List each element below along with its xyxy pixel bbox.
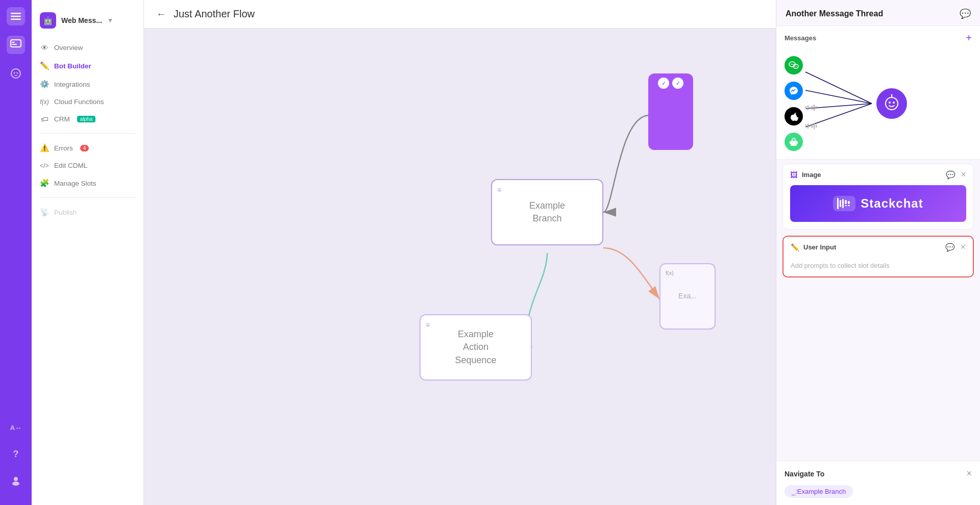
svg-point-9 xyxy=(14,477,18,481)
image-card-header: 🖼 Image 💬 × xyxy=(783,164,973,185)
back-button[interactable]: ← xyxy=(156,8,166,20)
cloud-functions-icon: f(x) xyxy=(40,98,49,106)
navigate-section: Navigate To × _:Example Branch xyxy=(776,461,980,505)
image-card-close-icon[interactable]: × xyxy=(961,169,966,180)
svg-line-26 xyxy=(805,104,872,109)
svg-point-40 xyxy=(886,97,898,110)
svg-rect-39 xyxy=(816,124,817,128)
panel-scroll[interactable]: Messages + xyxy=(776,26,980,461)
stackchat-banner: Stackchat xyxy=(790,185,966,222)
purple-block[interactable]: ✓ ✓ xyxy=(648,73,693,150)
canvas[interactable]: ✓ ✓ ≡ Example Branch ≡ Example Action Se… xyxy=(144,29,776,505)
navigate-tag[interactable]: _:Example Branch xyxy=(785,485,853,498)
svg-rect-21 xyxy=(797,141,798,144)
sidebar-item-overview[interactable]: 👁 Overview xyxy=(32,39,143,57)
svg-point-8 xyxy=(17,72,18,74)
navigate-header: Navigate To × xyxy=(785,468,972,479)
chat-icon[interactable] xyxy=(7,36,25,54)
sidebar-divider-1 xyxy=(40,133,135,134)
svg-rect-5 xyxy=(12,44,17,45)
sidebar-cloud-functions-label: Cloud Functions xyxy=(54,98,104,106)
user-input-card[interactable]: ✏️ User Input 💬 × Add prompts to collect… xyxy=(782,236,974,277)
sidebar-item-manage-slots[interactable]: 🧩 Manage Slots xyxy=(32,174,143,192)
navigate-title: Navigate To xyxy=(785,470,824,478)
navigate-close-button[interactable]: × xyxy=(966,468,972,479)
overview-icon: 👁 xyxy=(40,43,49,52)
header: ← Just Another Flow xyxy=(144,0,776,29)
sidebar-item-crm[interactable]: 🏷 CRM alpha xyxy=(32,110,143,128)
messages-section-title: Messages xyxy=(785,34,816,42)
add-message-button[interactable]: + xyxy=(966,32,972,44)
user-input-chat-icon[interactable]: 💬 xyxy=(945,243,955,252)
image-card-actions: 💬 × xyxy=(946,169,966,180)
svg-rect-34 xyxy=(805,124,806,128)
svg-rect-30 xyxy=(810,107,811,109)
svg-rect-47 xyxy=(842,199,844,208)
svg-rect-2 xyxy=(11,19,21,20)
svg-point-19 xyxy=(796,66,797,67)
user-input-title: User Input xyxy=(803,243,836,251)
sidebar-integrations-label: Integrations xyxy=(54,81,90,88)
sequence-node-label: Example Action Sequence xyxy=(455,328,496,367)
sidebar-crm-label: CRM xyxy=(54,115,70,123)
user-input-pencil-icon: ✏️ xyxy=(791,243,799,251)
connection-lines xyxy=(803,63,874,144)
menu-icon[interactable] xyxy=(7,7,25,26)
sidebar: 🤖 Web Mess... ▼ 👁 Overview ✏️ Bot Builde… xyxy=(32,0,144,505)
svg-rect-33 xyxy=(816,106,817,109)
help-icon[interactable]: ? xyxy=(7,445,25,463)
page-title: Just Another Flow xyxy=(174,8,255,20)
svg-rect-38 xyxy=(814,123,815,129)
sidebar-overview-label: Overview xyxy=(54,44,83,52)
brand-logo: 🤖 xyxy=(40,12,56,29)
right-node[interactable]: f(x) Exa... xyxy=(659,263,716,330)
sidebar-item-cloud-functions[interactable]: f(x) Cloud Functions xyxy=(32,93,143,110)
bot-icon[interactable] xyxy=(7,64,25,83)
svg-rect-49 xyxy=(848,201,850,204)
user-input-title-row: ✏️ User Input xyxy=(791,243,836,251)
svg-rect-3 xyxy=(11,40,21,47)
panel-title: Another Message Thread xyxy=(786,9,883,18)
sidebar-divider-2 xyxy=(40,197,135,198)
svg-rect-1 xyxy=(11,16,21,17)
svg-point-42 xyxy=(893,102,895,104)
sidebar-errors-label: Errors xyxy=(54,144,73,152)
svg-rect-51 xyxy=(848,205,850,206)
svg-point-16 xyxy=(793,64,794,65)
sidebar-item-publish[interactable]: 📡 Publish xyxy=(32,203,143,221)
translate-icon[interactable]: A↔ xyxy=(7,418,25,437)
sidebar-item-bot-builder[interactable]: ✏️ Bot Builder xyxy=(32,57,143,75)
svg-rect-45 xyxy=(837,198,839,209)
right-node-icon: f(x) xyxy=(666,269,674,277)
svg-rect-37 xyxy=(812,124,813,128)
svg-point-22 xyxy=(792,142,793,143)
errors-badge: 4 xyxy=(80,145,89,152)
svg-rect-50 xyxy=(845,205,847,206)
messages-diagram xyxy=(785,56,972,151)
user-icon[interactable] xyxy=(7,471,25,490)
user-input-body-text: Add prompts to collect slot details xyxy=(791,262,890,269)
svg-point-23 xyxy=(795,142,796,143)
manage-slots-icon: 🧩 xyxy=(40,179,49,188)
branch-node[interactable]: ≡ Example Branch xyxy=(491,179,603,245)
sidebar-edit-cdml-label: Edit CDML xyxy=(54,162,87,169)
panel-header-icons: 💬 xyxy=(960,8,971,19)
svg-point-18 xyxy=(795,66,796,67)
sidebar-brand[interactable]: 🤖 Web Mess... ▼ xyxy=(32,8,143,39)
svg-rect-0 xyxy=(11,13,21,14)
sidebar-item-edit-cdml[interactable]: </> Edit CDML xyxy=(32,157,143,174)
sidebar-item-errors[interactable]: ⚠️ Errors 4 xyxy=(32,139,143,157)
svg-rect-20 xyxy=(790,141,791,144)
sidebar-item-integrations[interactable]: ⚙️ Integrations xyxy=(32,75,143,93)
messages-visual xyxy=(776,50,980,159)
user-input-body: Add prompts to collect slot details xyxy=(783,258,973,276)
image-card-icon: 🖼 xyxy=(790,170,798,179)
image-card-chat-icon[interactable]: 💬 xyxy=(946,170,955,180)
branch-node-icon: ≡ xyxy=(497,185,501,195)
panel-chat-icon: 💬 xyxy=(960,8,971,19)
svg-rect-46 xyxy=(840,200,841,207)
integrations-icon: ⚙️ xyxy=(40,80,49,89)
user-input-close-icon[interactable]: × xyxy=(960,242,966,252)
sequence-node[interactable]: ≡ Example Action Sequence xyxy=(420,314,532,381)
svg-rect-35 xyxy=(807,123,808,129)
